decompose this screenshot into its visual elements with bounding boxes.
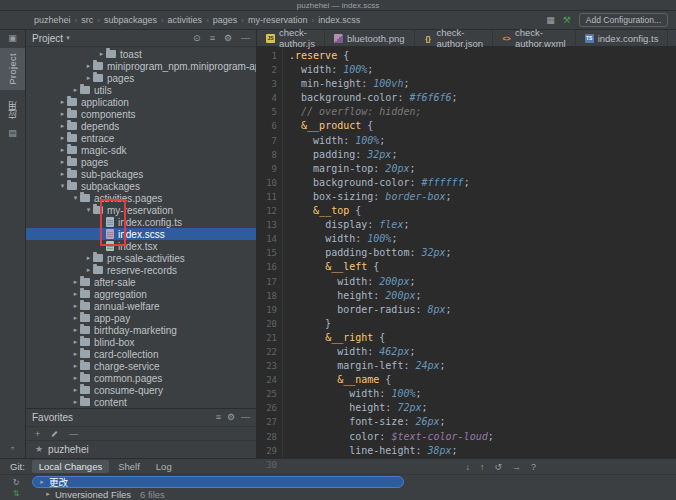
chevron-right-icon[interactable]: ▸: [71, 290, 80, 298]
breadcrumb-item-index-scss[interactable]: index.scss: [318, 15, 360, 25]
tree-item-toast[interactable]: ▸toast: [26, 48, 256, 60]
tree-item-my-reservation[interactable]: ▾my-reservation: [26, 204, 256, 216]
tree-item-pages[interactable]: ▸pages: [26, 72, 256, 84]
editor-tab-bluetooth-png[interactable]: bluetooth.png: [325, 30, 415, 46]
favorites-hide-icon[interactable]: —: [241, 413, 250, 422]
chevron-right-icon[interactable]: ▸: [71, 326, 80, 334]
chevron-right-icon[interactable]: ▸: [71, 86, 80, 94]
git-tab-log[interactable]: Log: [149, 460, 179, 473]
tree-item-charge-service[interactable]: ▸charge-service: [26, 360, 256, 372]
tree-item-subpackages[interactable]: ▾subpackages: [26, 180, 256, 192]
chevron-right-icon[interactable]: ▸: [71, 362, 80, 370]
chevron-right-icon[interactable]: ▸: [58, 122, 67, 130]
tree-item-activities-pages[interactable]: ▾activities.pages: [26, 192, 256, 204]
tree-item-card-collection[interactable]: ▸card-collection: [26, 348, 256, 360]
favorites-item-puzhehei[interactable]: ★ puzhehei: [26, 441, 256, 457]
locate-icon[interactable]: ⊙: [193, 34, 201, 43]
chevron-right-icon[interactable]: ▸: [84, 266, 93, 274]
breadcrumb-item-src[interactable]: src: [81, 15, 93, 25]
tree-item-sub-packages[interactable]: ▸sub-packages: [26, 168, 256, 180]
chevron-right-icon[interactable]: ▸: [58, 170, 67, 178]
chevron-right-icon[interactable]: ▸: [71, 398, 80, 406]
chevron-right-icon[interactable]: ▸: [71, 302, 80, 310]
chevron-right-icon[interactable]: ▸: [97, 50, 106, 58]
editor-tab-index-config-ts[interactable]: TSindex.config.ts: [576, 30, 669, 46]
tree-item-blind-box[interactable]: ▸blind-box: [26, 336, 256, 348]
remove-favorite-icon[interactable]: —: [69, 429, 78, 439]
gear-icon[interactable]: ⚙: [224, 34, 232, 43]
push-icon[interactable]: ↑: [480, 462, 485, 472]
tab-overflow-chevron-icon[interactable]: ›: [668, 30, 676, 46]
tree-item-content[interactable]: ▸content: [26, 396, 256, 408]
tree-item-magic-sdk[interactable]: ▸magic-sdk: [26, 144, 256, 156]
unversioned-files-row[interactable]: ▸ Unversioned Files 6 files: [32, 488, 676, 500]
chevron-down-icon[interactable]: ▾: [66, 34, 70, 42]
breadcrumb-item-activities[interactable]: activities: [168, 15, 203, 25]
tree-item-entrace[interactable]: ▸entrace: [26, 132, 256, 144]
tree-item-index-config-ts[interactable]: index.config.ts: [26, 216, 256, 228]
git-tab-local-changes[interactable]: Local Changes: [32, 460, 109, 473]
editor-tab-check-author-json[interactable]: {}check-author.json: [415, 30, 493, 46]
chevron-right-icon[interactable]: ▸: [58, 110, 67, 118]
tree-item-pages[interactable]: ▸pages: [26, 156, 256, 168]
tool-tab-app[interactable]: 应用: [0, 95, 25, 124]
tree-item-reserve-records[interactable]: ▸reserve-records: [26, 264, 256, 276]
tool-tab-project[interactable]: Project: [0, 48, 25, 90]
chevron-right-icon[interactable]: ▸: [71, 374, 80, 382]
add-favorite-icon[interactable]: +: [35, 429, 40, 439]
chevron-right-icon[interactable]: ▸: [38, 478, 46, 486]
chevron-down-icon[interactable]: ▾: [71, 194, 80, 202]
chevron-right-icon[interactable]: ▸: [71, 338, 80, 346]
chevron-down-icon[interactable]: ▾: [84, 206, 93, 214]
add-configuration-button[interactable]: Add Configuration...: [579, 13, 668, 27]
tree-item-miniprogram-npm-miniprogram-api-prom[interactable]: ▸miniprogram_npm.miniprogram-api-prom: [26, 60, 256, 72]
help-icon[interactable]: ?: [531, 462, 536, 472]
collapse-all-icon[interactable]: ≡: [210, 34, 215, 43]
chevron-right-icon[interactable]: ▸: [71, 314, 80, 322]
chevron-right-icon[interactable]: ▸: [44, 490, 52, 498]
project-panel-title[interactable]: Project: [32, 33, 63, 44]
layout-grid-icon[interactable]: ▦: [546, 16, 555, 25]
chevron-right-icon[interactable]: ▸: [71, 386, 80, 394]
chevron-right-icon[interactable]: ▸: [84, 254, 93, 262]
pull-icon[interactable]: ↓: [465, 462, 470, 472]
tree-item-app-pay[interactable]: ▸app-pay: [26, 312, 256, 324]
favorites-collapse-icon[interactable]: ≡: [216, 413, 221, 422]
breadcrumb-item-my-reservation[interactable]: my-reservation: [248, 15, 308, 25]
tree-item-application[interactable]: ▸application: [26, 96, 256, 108]
tree-item-components[interactable]: ▸components: [26, 108, 256, 120]
favorites-gear-icon[interactable]: ⚙: [227, 413, 235, 422]
chevron-right-icon[interactable]: ▸: [84, 62, 93, 70]
chevron-right-icon[interactable]: ▸: [58, 146, 67, 154]
rollback-icon[interactable]: ↺: [494, 462, 502, 472]
chevron-right-icon[interactable]: ▸: [71, 278, 80, 286]
refresh-icon[interactable]: ↻: [13, 478, 20, 487]
title-bar[interactable]: puzhehei — index.scss: [0, 0, 676, 11]
breadcrumb-item-subpackages[interactable]: subpackages: [104, 15, 157, 25]
changes-row[interactable]: ▸ 更改: [32, 476, 404, 488]
breadcrumb-item-pages[interactable]: pages: [213, 15, 238, 25]
favorites-header[interactable]: Favorites ≡ ⚙ —: [26, 408, 256, 426]
chevron-down-icon[interactable]: ▾: [58, 182, 67, 190]
chevron-right-icon[interactable]: ▸: [58, 158, 67, 166]
tree-item-annual-welfare[interactable]: ▸annual-welfare: [26, 300, 256, 312]
tree-item-index-tsx[interactable]: index.tsx: [26, 240, 256, 252]
editor-gutter[interactable]: 1234567891011121314151617181920212223242…: [257, 47, 283, 458]
edit-favorite-icon[interactable]: [52, 430, 58, 436]
git-tab-shelf[interactable]: Shelf: [111, 460, 147, 473]
update-arrows-icon[interactable]: ⇅: [13, 489, 20, 498]
chevron-right-icon[interactable]: ▸: [84, 74, 93, 82]
tree-item-depends[interactable]: ▸depends: [26, 120, 256, 132]
tree-item-consume-query[interactable]: ▸consume-query: [26, 384, 256, 396]
window-tool-icon[interactable]: ▣: [8, 34, 17, 43]
tree-item-birthday-marketing[interactable]: ▸birthday-marketing: [26, 324, 256, 336]
breadcrumb-item-puzhehei[interactable]: puzhehei: [34, 15, 71, 25]
chevron-right-icon[interactable]: ▸: [58, 134, 67, 142]
hide-panel-icon[interactable]: —: [241, 34, 250, 43]
tree-item-pre-sale-activities[interactable]: ▸pre-sale-activities: [26, 252, 256, 264]
bottom-tool-icon[interactable]: ▫: [11, 444, 14, 453]
chevron-right-icon[interactable]: ▸: [58, 98, 67, 106]
editor-tab-check-author-wxml[interactable]: <>check-author.wxml: [493, 30, 576, 46]
structure-tool-icon[interactable]: ▤: [8, 129, 17, 138]
tree-item-index-scss[interactable]: index.scss: [26, 228, 256, 240]
